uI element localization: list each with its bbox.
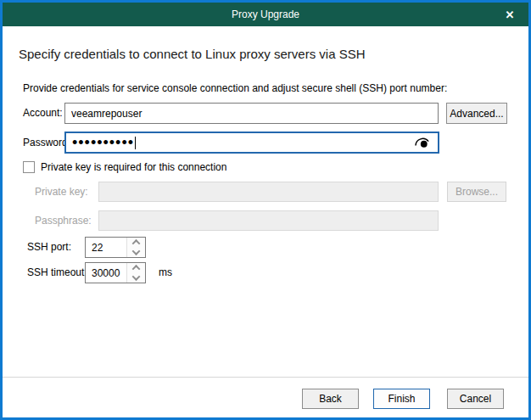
ssh-timeout-label: SSH timeout: [27, 262, 87, 283]
spin-down-button[interactable] [127, 248, 145, 258]
title-bar: Proxy Upgrade [3, 3, 528, 26]
ssh-timeout-input[interactable] [86, 263, 126, 283]
close-button[interactable]: ✕ [491, 3, 528, 26]
back-button[interactable]: Back [302, 389, 359, 409]
chevron-down-icon [132, 272, 141, 281]
page-title: Specify credentials to connect to Linux … [19, 47, 366, 61]
private-key-checkbox-label: Private key is required for this connect… [41, 161, 226, 173]
ssh-port-input[interactable] [86, 238, 126, 257]
private-key-checkbox[interactable] [23, 161, 35, 173]
password-input[interactable]: •••••••••• [64, 132, 439, 154]
passphrase-input [98, 210, 439, 231]
page-description: Provide credentials for service console … [23, 82, 447, 94]
proxy-upgrade-dialog: Proxy Upgrade ✕ Specify credentials to c… [0, 0, 531, 420]
ssh-timeout-spinner [85, 262, 146, 283]
passphrase-label: Passphrase: [35, 210, 92, 231]
cancel-button[interactable]: Cancel [447, 389, 504, 409]
private-key-label: Private key: [35, 182, 88, 202]
window-title: Proxy Upgrade [232, 8, 299, 20]
finish-button[interactable]: Finish [373, 389, 430, 409]
text-caret [135, 137, 136, 149]
chevron-down-icon [132, 247, 141, 255]
private-key-input [98, 182, 439, 202]
reveal-password-icon[interactable] [412, 135, 433, 150]
spin-down-button[interactable] [127, 273, 145, 283]
ssh-port-label: SSH port: [27, 237, 71, 258]
browse-button: Browse... [447, 182, 506, 202]
spin-up-button[interactable] [127, 238, 145, 248]
password-label: Password: [23, 132, 70, 154]
ssh-port-spinner [85, 237, 146, 258]
account-label: Account: [23, 103, 63, 124]
footer-divider [3, 377, 528, 378]
account-input[interactable] [64, 103, 439, 124]
ssh-port-spin-buttons [126, 238, 145, 257]
spin-up-button[interactable] [127, 263, 145, 273]
ssh-timeout-unit-label: ms [159, 262, 172, 283]
password-masked-value: •••••••••• [72, 133, 134, 152]
ssh-timeout-spin-buttons [126, 263, 145, 283]
close-icon: ✕ [506, 8, 515, 21]
advanced-button[interactable]: Advanced... [446, 103, 507, 124]
